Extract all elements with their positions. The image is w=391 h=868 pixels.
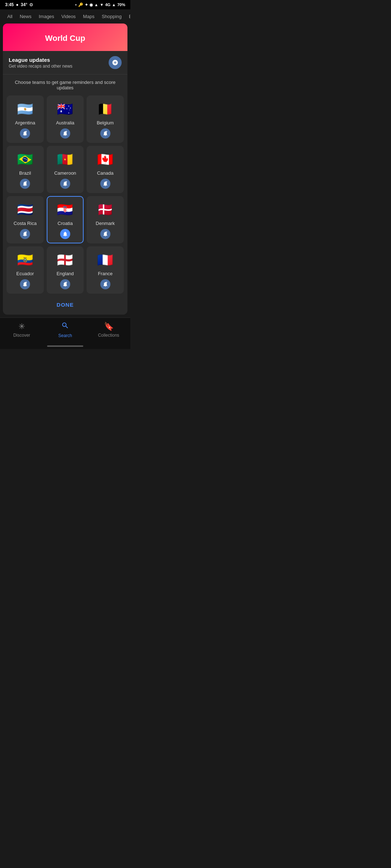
follow-btn-argentina[interactable]	[20, 128, 30, 139]
flag-canada: 🇨🇦	[94, 152, 116, 167]
collections-label: Collections	[98, 333, 119, 338]
team-card-costa-rica[interactable]: 🇨🇷Costa Rica	[7, 196, 44, 243]
team-name-canada: Canada	[97, 170, 114, 176]
flag-denmark: 🇩🇰	[94, 202, 116, 218]
signal-icon: ▲	[94, 3, 98, 7]
follow-btn-belgium[interactable]	[100, 128, 110, 139]
team-card-canada[interactable]: 🇨🇦Canada	[87, 146, 124, 193]
team-name-england: England	[56, 271, 74, 276]
follow-btn-australia[interactable]	[60, 128, 70, 139]
search-icon	[61, 322, 69, 332]
flag-france: 🇫🇷	[94, 252, 116, 268]
teams-section: Choose teams to get game reminders and s…	[3, 75, 127, 296]
flag-england: 🏴󠁧󠁢󠁥󠁮󠁧󠁿	[54, 252, 76, 268]
follow-btn-england[interactable]	[60, 279, 70, 289]
data-icon: 4G	[105, 3, 110, 7]
team-card-belgium[interactable]: 🇧🇪Belgium	[87, 95, 124, 143]
flag-costa-rica: 🇨🇷	[14, 202, 36, 218]
team-card-france[interactable]: 🇫🇷France	[87, 246, 124, 294]
done-button[interactable]: DONE	[56, 302, 73, 308]
wc-header: World Cup	[3, 24, 127, 51]
league-updates-subtitle: Get video recaps and other news	[9, 64, 72, 69]
discover-icon: ✳	[18, 322, 25, 331]
team-name-belgium: Belgium	[97, 120, 114, 125]
team-card-australia[interactable]: 🇦🇺Australia	[47, 95, 84, 143]
follow-btn-costa-rica[interactable]	[20, 229, 30, 239]
tab-maps[interactable]: Maps	[79, 12, 98, 21]
follow-btn-denmark[interactable]	[100, 229, 110, 239]
follow-btn-canada[interactable]	[100, 179, 110, 189]
team-card-argentina[interactable]: 🇦🇷Argentina	[7, 95, 44, 143]
dot-icon: •	[75, 3, 77, 7]
follow-btn-brazil[interactable]	[20, 179, 30, 189]
tab-images[interactable]: Images	[35, 12, 58, 21]
team-card-denmark[interactable]: 🇩🇰Denmark	[87, 196, 124, 243]
team-name-cameroon: Cameroon	[54, 170, 76, 176]
wc-title: World Cup	[10, 34, 120, 43]
flag-brazil: 🇧🇷	[14, 152, 36, 167]
nav-discover[interactable]: ✳ Discover	[0, 322, 43, 338]
time: 3:45	[5, 2, 14, 7]
flag-croatia: 🇭🇷	[54, 202, 76, 218]
nav-collections[interactable]: 🔖 Collections	[87, 322, 130, 338]
follow-btn-ecuador[interactable]	[20, 279, 30, 289]
bluetooth-icon: ✦	[85, 3, 88, 7]
done-row: DONE	[3, 296, 127, 315]
temperature: 34°	[21, 2, 27, 7]
shield-icon: ⊙	[29, 2, 33, 7]
nav-search[interactable]: Search	[43, 322, 87, 338]
teams-grid: 🇦🇷Argentina🇦🇺Australia🇧🇪Belgium🇧🇷Brazil🇨…	[7, 95, 124, 294]
home-bar	[47, 345, 83, 347]
team-card-brazil[interactable]: 🇧🇷Brazil	[7, 146, 44, 193]
team-card-cameroon[interactable]: 🇨🇲Cameroon	[47, 146, 84, 193]
team-name-ecuador: Ecuador	[16, 271, 34, 276]
flag-belgium: 🇧🇪	[94, 101, 116, 117]
team-name-australia: Australia	[56, 120, 75, 125]
tab-shopping[interactable]: Shopping	[98, 12, 125, 21]
collections-icon: 🔖	[104, 322, 114, 331]
league-updates-title: League updates	[9, 57, 72, 63]
team-name-france: France	[98, 271, 112, 276]
team-name-costa-rica: Costa Rica	[14, 221, 37, 226]
team-card-croatia[interactable]: 🇭🇷Croatia	[47, 196, 84, 243]
home-indicator	[0, 343, 130, 349]
flag-ecuador: 🇪🇨	[14, 252, 36, 268]
team-name-argentina: Argentina	[15, 120, 35, 125]
league-updates-text: League updates Get video recaps and othe…	[9, 57, 72, 69]
league-updates-section: League updates Get video recaps and othe…	[3, 51, 127, 75]
tab-all[interactable]: All	[4, 12, 16, 21]
teams-subtitle: Choose teams to get game reminders and s…	[7, 80, 124, 90]
battery: 70%	[117, 3, 125, 7]
flag-australia: 🇦🇺	[54, 101, 76, 117]
team-card-ecuador[interactable]: 🇪🇨Ecuador	[7, 246, 44, 294]
bottom-nav: ✳ Discover Search 🔖 Collections	[0, 318, 130, 343]
main-card: World Cup League updates Get video recap…	[3, 24, 127, 315]
follow-btn-france[interactable]	[100, 279, 110, 289]
tab-books[interactable]: Books	[125, 12, 130, 21]
tab-news[interactable]: News	[16, 12, 35, 21]
league-updates-add-button[interactable]	[109, 56, 122, 69]
follow-btn-croatia[interactable]	[60, 229, 70, 239]
follow-btn-cameroon[interactable]	[60, 179, 70, 189]
team-name-croatia: Croatia	[58, 221, 73, 226]
team-name-denmark: Denmark	[96, 221, 115, 226]
team-card-england[interactable]: 🏴󠁧󠁢󠁥󠁮󠁧󠁿England	[47, 246, 84, 294]
flag-argentina: 🇦🇷	[14, 101, 36, 117]
tab-videos[interactable]: Videos	[58, 12, 80, 21]
discover-label: Discover	[13, 333, 30, 338]
network-icon: ▲	[112, 3, 116, 7]
search-label: Search	[58, 333, 72, 338]
status-bar: 3:45 ● 34° ⊙ • 🔑 ✦ ◉ ▲ ▼ 4G ▲ 70%	[0, 0, 130, 9]
location-icon: ◉	[89, 3, 93, 7]
wifi-icon: ▼	[100, 3, 104, 7]
whatsapp-icon: ●	[16, 2, 18, 7]
filter-tabs: All News Images Videos Maps Shopping Boo…	[0, 9, 130, 24]
team-name-brazil: Brazil	[19, 170, 31, 176]
key-icon: 🔑	[78, 3, 83, 7]
flag-cameroon: 🇨🇲	[54, 152, 76, 167]
